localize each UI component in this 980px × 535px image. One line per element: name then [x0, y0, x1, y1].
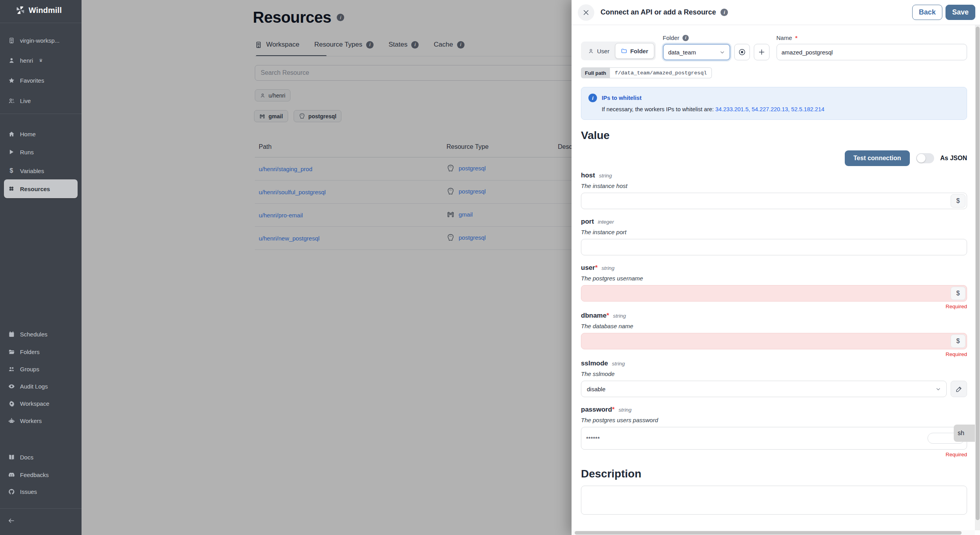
sidebar-item-feedbacks[interactable]: Feedbacks [4, 468, 78, 481]
info-icon [682, 35, 689, 41]
host-input[interactable] [581, 193, 967, 209]
chevron-down-icon [936, 387, 941, 392]
calendar-icon [8, 331, 15, 338]
view-folder-button[interactable] [734, 44, 750, 60]
field-password: password* string The postgres users pass… [581, 406, 967, 457]
close-drawer-button[interactable] [578, 4, 594, 21]
scrollbar-thumb[interactable] [976, 27, 980, 520]
windmill-logo[interactable]: Windmill [16, 5, 62, 15]
field-name: user* [581, 264, 598, 272]
field-port: port integer The instance port [581, 218, 967, 255]
password-input[interactable] [581, 427, 967, 450]
folder-icon [621, 48, 627, 54]
show-password-tab[interactable]: sh [954, 425, 975, 442]
full-path-row: Full path f/data_team/amazed_postgresql [581, 67, 967, 78]
sidebar-item-issues[interactable]: Issues [4, 485, 78, 498]
as-json-toggle[interactable] [916, 153, 934, 163]
sidebar-item-label: Runs [20, 149, 34, 155]
required-error: Required [581, 304, 967, 309]
toggle-knob [917, 154, 926, 163]
sidebar-item-audit-logs[interactable]: Audit Logs [4, 380, 78, 393]
divider [0, 114, 82, 114]
sidebar-item-label: Audit Logs [20, 383, 48, 390]
port-input[interactable] [581, 239, 967, 255]
collapse-sidebar-button[interactable] [4, 514, 20, 527]
sidebar-item-docs[interactable]: Docs [4, 450, 78, 464]
windmill-pinwheel-icon [16, 5, 25, 15]
owner-kind-user[interactable]: User [583, 43, 615, 59]
discord-icon [8, 471, 15, 478]
sidebar-item-groups[interactable]: Groups [4, 362, 78, 376]
infobox-title: IPs to whitelist [602, 95, 642, 101]
sidebar-item-label: Docs [20, 454, 33, 461]
book-icon [8, 454, 15, 461]
sidebar-item-label: Variables [20, 168, 44, 174]
username: henri [20, 57, 33, 64]
gear-icon [8, 400, 15, 407]
test-connection-row: Test connection As JSON [581, 150, 967, 166]
back-button[interactable]: Back [912, 5, 942, 20]
drawer-body: User Folder Folder data_team [572, 25, 975, 530]
sidebar-item-label: Folders [20, 349, 40, 355]
scrollbar-thumb[interactable] [575, 531, 962, 535]
required-error: Required [581, 351, 967, 357]
windmill-logo-text: Windmill [29, 6, 62, 15]
sidebar-item-workspace-selector[interactable]: virgin-worksp... [4, 34, 78, 47]
sidebar-item-workers[interactable]: Workers [4, 414, 78, 427]
field-name: password* [581, 406, 615, 414]
name-input[interactable] [777, 44, 967, 60]
sidebar-item-variables[interactable]: $ Variables [4, 164, 78, 177]
edit-sslmode-button[interactable] [951, 381, 967, 397]
description-textarea[interactable] [581, 486, 967, 515]
sidebar-item-label: Resources [20, 186, 50, 192]
building-icon [8, 37, 15, 44]
field-description: The instance port [581, 229, 967, 235]
horizontal-scrollbar[interactable] [572, 530, 975, 535]
ips-whitelist-infobox: IPs to whitelist If necessary, the worke… [581, 87, 967, 120]
add-resource-drawer: Connect an API or add a Resource Back Sa… [572, 0, 980, 535]
test-connection-button[interactable]: Test connection [845, 150, 910, 166]
field-description: The sslmode [581, 371, 967, 377]
crown-icon: ♛ [39, 58, 43, 63]
sslmode-value: disable [587, 386, 606, 392]
description-heading: Description [581, 468, 967, 480]
boxes-icon [8, 185, 15, 192]
folder-field: Folder data_team [663, 34, 730, 60]
field-dbname: dbname* string The database name $ Requi… [581, 312, 967, 357]
field-type: string [602, 265, 615, 271]
folder-select[interactable]: data_team [663, 44, 730, 60]
eye-icon [8, 383, 15, 390]
eye-icon [738, 48, 746, 56]
sidebar-item-schedules[interactable]: Schedules [4, 327, 78, 341]
add-folder-button[interactable] [754, 44, 769, 60]
drawer-header: Connect an API or add a Resource Back Sa… [572, 0, 980, 25]
save-button[interactable]: Save [946, 5, 975, 20]
sidebar-item-folders[interactable]: Folders [4, 345, 78, 358]
sidebar-item-runs[interactable]: Runs [4, 145, 78, 159]
vertical-scrollbar[interactable] [975, 25, 980, 530]
whitelist-ips-links[interactable]: 34.233.201.5, 54.227.220.13, 52.5.182.21… [715, 106, 824, 112]
insert-variable-button[interactable]: $ [951, 287, 965, 300]
info-circle-icon [588, 94, 597, 102]
path-config-row: User Folder Folder data_team [581, 34, 967, 60]
sidebar-item-label: Favorites [20, 77, 44, 84]
sidebar-item-workspace-settings[interactable]: Workspace [4, 397, 78, 410]
full-path-label: Full path [581, 67, 610, 78]
field-sslmode: sslmode string The sslmode disable [581, 360, 967, 397]
sidebar-item-home[interactable]: Home [4, 127, 78, 141]
owner-kind-folder[interactable]: Folder [615, 43, 654, 59]
user-input[interactable] [581, 285, 967, 302]
dbname-input[interactable] [581, 333, 967, 349]
insert-variable-button[interactable]: $ [951, 334, 965, 348]
owner-kind-folder-label: Folder [630, 48, 648, 54]
sidebar-item-resources[interactable]: Resources [4, 179, 78, 198]
insert-variable-button[interactable]: $ [951, 194, 965, 208]
sidebar: Windmill virgin-worksp... henri ♛ Favori… [0, 0, 82, 535]
sidebar-item-live[interactable]: Live [4, 94, 78, 107]
sidebar-item-favorites[interactable]: Favorites [4, 74, 78, 87]
sslmode-select[interactable]: disable [581, 381, 947, 397]
sidebar-item-label: Workers [20, 418, 42, 424]
field-description: The postgres users password [581, 417, 967, 423]
sidebar-item-user[interactable]: henri ♛ [4, 54, 78, 67]
group-icon [8, 365, 15, 372]
